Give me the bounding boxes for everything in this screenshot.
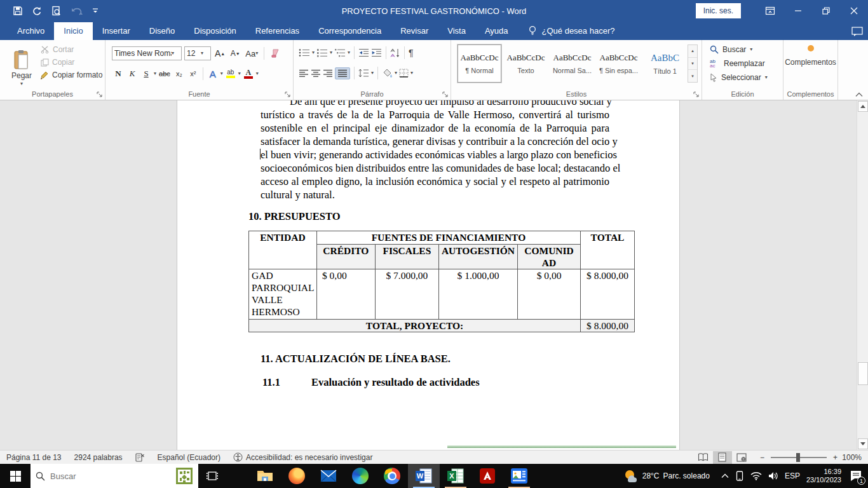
- underline-button[interactable]: S: [140, 67, 153, 81]
- subscript-button[interactable]: x₂: [173, 67, 186, 81]
- numbering-button[interactable]: [316, 48, 328, 57]
- style-card-sin-espaciado[interactable]: AaBbCcDc ¶ Sin espa...: [597, 44, 641, 83]
- zoom-in-icon[interactable]: +: [832, 451, 839, 464]
- taskbar-search-box[interactable]: [31, 464, 198, 488]
- accessibility-status[interactable]: Accesibilidad: es necesario investigar: [227, 451, 379, 464]
- superscript-button[interactable]: x²: [187, 67, 200, 81]
- web-layout-icon[interactable]: [732, 451, 751, 464]
- clock[interactable]: 16:39 23/10/2023: [806, 468, 841, 484]
- close-button[interactable]: [840, 0, 868, 22]
- tab-disposicion[interactable]: Disposición: [184, 22, 245, 40]
- align-right-button[interactable]: [323, 69, 333, 78]
- italic-button[interactable]: K: [126, 67, 139, 81]
- language-indicator[interactable]: Español (Ecuador): [151, 451, 227, 464]
- edge-button[interactable]: [344, 464, 376, 488]
- scroll-up-icon[interactable]: [858, 101, 868, 112]
- multilevel-dropdown-icon[interactable]: ▾: [348, 50, 350, 55]
- borders-button[interactable]: [399, 69, 409, 78]
- read-mode-icon[interactable]: [694, 451, 713, 464]
- style-card-normal[interactable]: AaBbCcDc ¶ Normal: [458, 44, 501, 83]
- page-indicator[interactable]: Página 11 de 13: [0, 451, 68, 464]
- font-color-button[interactable]: A: [242, 67, 255, 81]
- complementos-button[interactable]: Complementos: [783, 45, 837, 67]
- fuente-dialog-launcher-icon[interactable]: [283, 90, 291, 98]
- shrink-font-button[interactable]: A▼: [229, 46, 241, 60]
- show-paragraph-marks-button[interactable]: ¶: [409, 48, 414, 58]
- styles-gallery-more-icon[interactable]: ▾: [688, 70, 697, 82]
- weather-widget[interactable]: 28°C Parc. soleado: [623, 469, 710, 483]
- redo-icon[interactable]: [32, 6, 42, 16]
- font-size-dropdown-icon[interactable]: ▾: [201, 51, 203, 56]
- increase-indent-button[interactable]: [371, 48, 382, 57]
- highlight-button[interactable]: ab: [224, 67, 237, 81]
- bullets-dropdown-icon[interactable]: ▾: [312, 50, 315, 55]
- save-icon[interactable]: [13, 6, 23, 16]
- styles-scroll-up-icon[interactable]: ▴: [688, 45, 697, 58]
- print-preview-icon[interactable]: [51, 6, 62, 17]
- justify-button[interactable]: [335, 67, 350, 79]
- style-card-texto[interactable]: AaBbCcDc Texto: [504, 44, 548, 83]
- bold-button[interactable]: N: [112, 67, 125, 81]
- proofing-status[interactable]: [129, 451, 151, 464]
- action-center-button[interactable]: 1: [848, 468, 864, 484]
- customize-qat-icon[interactable]: [92, 7, 98, 15]
- task-view-button[interactable]: [198, 464, 226, 488]
- sign-in-button[interactable]: Inic. ses.: [696, 3, 741, 18]
- borders-dropdown-icon[interactable]: ▾: [410, 71, 413, 76]
- mail-button[interactable]: [313, 464, 344, 488]
- acrobat-button[interactable]: [471, 464, 503, 488]
- style-card-titulo1[interactable]: AaBbC Título 1: [643, 44, 687, 83]
- collapse-ribbon-icon[interactable]: [855, 92, 863, 97]
- font-size-input[interactable]: [187, 49, 201, 58]
- firefox-button[interactable]: [281, 464, 313, 488]
- tab-ayuda[interactable]: Ayuda: [475, 22, 518, 40]
- select-button[interactable]: Seleccionar ▾: [710, 73, 768, 82]
- start-button[interactable]: [0, 464, 31, 488]
- tab-vista[interactable]: Vista: [438, 22, 475, 40]
- format-painter-button[interactable]: Copiar formato: [41, 71, 102, 79]
- sort-button[interactable]: [390, 48, 400, 58]
- multilevel-list-button[interactable]: [334, 48, 346, 57]
- align-left-button[interactable]: [299, 69, 309, 78]
- phone-link-icon[interactable]: [735, 471, 744, 481]
- wifi-icon[interactable]: [750, 471, 762, 480]
- line-spacing-button[interactable]: [358, 69, 369, 78]
- pinned-app-button[interactable]: [503, 464, 535, 488]
- language-tray-indicator[interactable]: ESP: [785, 471, 800, 480]
- replace-button[interactable]: ab ac Reemplazar: [710, 59, 768, 68]
- shading-button[interactable]: [382, 69, 393, 78]
- text-effects-button[interactable]: A: [207, 67, 219, 81]
- styles-scroll-down-icon[interactable]: ▾: [688, 58, 697, 71]
- zoom-slider-thumb[interactable]: [796, 453, 800, 462]
- font-name-dropdown-icon[interactable]: ▾: [172, 51, 174, 56]
- minimize-button[interactable]: [784, 0, 812, 22]
- change-case-button[interactable]: Aa▾: [244, 46, 259, 60]
- search-input[interactable]: [50, 471, 170, 481]
- feedback-icon[interactable]: [851, 27, 863, 37]
- highlight-dropdown-icon[interactable]: ▾: [238, 71, 241, 76]
- font-color-dropdown-icon[interactable]: ▾: [256, 71, 259, 76]
- scrollbar-thumb[interactable]: [858, 362, 868, 385]
- tab-diseno[interactable]: Diseño: [140, 22, 184, 40]
- paste-dropdown-icon[interactable]: ▾: [20, 81, 23, 86]
- font-name-combo[interactable]: ▾: [112, 46, 182, 60]
- chrome-button[interactable]: [376, 464, 408, 488]
- style-card-normal-sa[interactable]: AaBbCcDc Normal Sa...: [550, 44, 594, 83]
- tab-inicio[interactable]: Inicio: [54, 22, 92, 40]
- numbering-dropdown-icon[interactable]: ▾: [330, 50, 332, 55]
- line-spacing-dropdown-icon[interactable]: ▾: [371, 71, 374, 76]
- tab-insertar[interactable]: Insertar: [93, 22, 140, 40]
- ribbon-display-options-icon[interactable]: [756, 0, 784, 22]
- text-effects-dropdown-icon[interactable]: ▾: [220, 71, 223, 76]
- scroll-down-icon[interactable]: [858, 438, 868, 449]
- grow-font-button[interactable]: A▲: [214, 46, 226, 60]
- tab-referencias[interactable]: Referencias: [246, 22, 309, 40]
- tab-revisar[interactable]: Revisar: [391, 22, 438, 40]
- estilos-dialog-launcher-icon[interactable]: [692, 90, 700, 98]
- underline-dropdown-icon[interactable]: ▾: [154, 71, 156, 76]
- portapapeles-dialog-launcher-icon[interactable]: [95, 90, 103, 98]
- tray-expand-icon[interactable]: [721, 473, 729, 478]
- tell-me-box[interactable]: ¿Qué desea hacer?: [518, 25, 621, 40]
- tab-correspondencia[interactable]: Correspondencia: [309, 22, 391, 40]
- parrafo-dialog-launcher-icon[interactable]: [441, 90, 449, 98]
